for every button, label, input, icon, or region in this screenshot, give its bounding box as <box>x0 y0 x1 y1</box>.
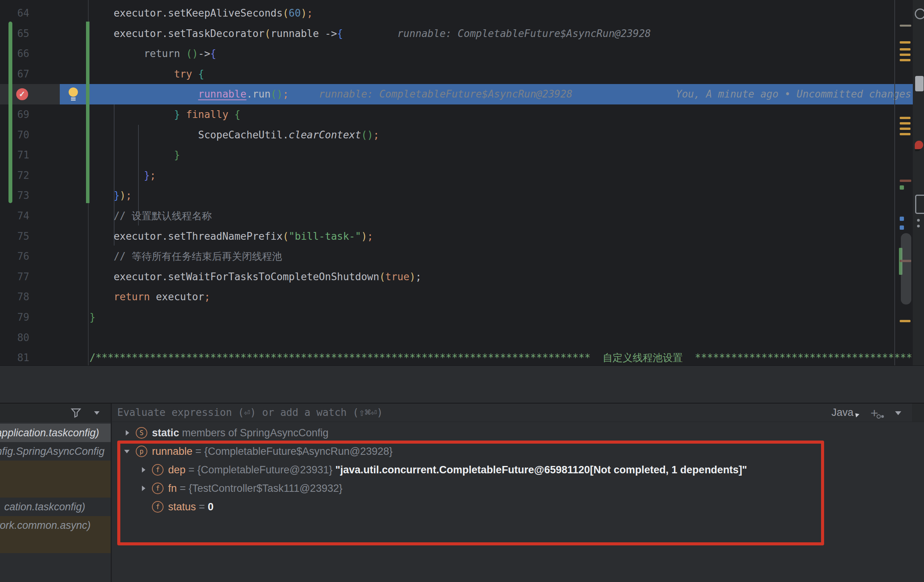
stripe-mark <box>900 185 904 190</box>
code-line-71[interactable]: 71 } <box>0 145 913 165</box>
code-line-67[interactable]: 67 try { <box>0 64 913 84</box>
panel-corner <box>912 404 924 422</box>
variable-kind-icon-S: S <box>136 427 147 439</box>
line-number[interactable]: 65 <box>0 24 29 44</box>
code-line-77[interactable]: 77 executor.setWaitForTasksToCompleteOnS… <box>0 267 913 287</box>
line-number[interactable]: 79 <box>0 307 29 328</box>
code-text: return executor; <box>89 287 210 307</box>
code-token: } <box>174 109 186 120</box>
code-token <box>89 251 114 262</box>
code-token: ; <box>367 230 373 242</box>
add-watch-icon[interactable]: + <box>870 404 878 421</box>
frame-row[interactable]: work.common.async) <box>0 516 111 535</box>
line-number[interactable]: 69 <box>0 104 29 125</box>
frame-row[interactable]: cation.taskconfig) <box>0 498 111 516</box>
editor-right-toolbar <box>913 0 924 365</box>
line-number[interactable]: 81 <box>0 348 29 365</box>
code-token: { <box>210 48 216 59</box>
code-token: // 等待所有任务结束后再关闭线程池 <box>114 251 282 262</box>
code-token: true <box>385 271 410 283</box>
code-line-64[interactable]: 64 executor.setKeepAliveSeconds(60); <box>0 3 913 24</box>
circle-icon[interactable] <box>915 8 924 19</box>
chevron-right-icon[interactable] <box>123 429 131 437</box>
code-line-79[interactable]: 79} <box>0 307 913 328</box>
code-text: // 设置默认线程名称 <box>89 206 212 226</box>
filter-icon[interactable] <box>71 407 81 418</box>
code-text: }; <box>89 165 156 186</box>
code-token: () <box>361 129 373 141</box>
line-number[interactable]: 77 <box>0 267 29 287</box>
line-number[interactable]: 73 <box>0 185 29 206</box>
evaluate-input[interactable]: Evaluate expression (⏎) or add a watch (… <box>117 404 383 422</box>
code-line-81[interactable]: 81/*************************************… <box>0 348 913 365</box>
debug-toolbar <box>0 365 924 403</box>
code-token: ; <box>204 291 210 303</box>
line-number[interactable]: 75 <box>0 226 29 247</box>
line-number[interactable]: 66 <box>0 44 29 64</box>
line-number[interactable]: 76 <box>0 246 29 267</box>
filter-dropdown-icon[interactable] <box>94 411 99 415</box>
code-line-65[interactable]: 65 executor.setTaskDecorator(runnable ->… <box>0 24 913 44</box>
frame-row[interactable]: .application.taskconfig) <box>0 424 111 442</box>
line-number[interactable]: 64 <box>0 3 29 24</box>
code-token: { <box>337 28 343 39</box>
language-selector[interactable]: Java <box>831 404 853 422</box>
vcs-change-stripe <box>86 22 89 203</box>
code-token <box>89 7 114 19</box>
scrollbar-thumb[interactable] <box>901 233 911 304</box>
line-number[interactable]: 80 <box>0 328 29 348</box>
code-line-76[interactable]: 76 // 等待所有任务结束后再关闭线程池 <box>0 246 913 267</box>
code-token: executor <box>156 291 204 303</box>
code-token: } <box>114 190 120 201</box>
code-token: ( <box>265 28 271 39</box>
stripe-mark <box>900 225 904 230</box>
line-number[interactable]: 67 <box>0 64 29 84</box>
code-text: runnable.run();runnable: CompletableFutu… <box>89 84 572 104</box>
frame-label: .application.taskconfig) <box>0 424 99 442</box>
frames-toolbar <box>0 404 111 422</box>
code-token: ; <box>150 170 156 181</box>
code-token: return <box>114 291 156 303</box>
chevron-down-icon[interactable] <box>895 411 901 415</box>
code-line-68[interactable]: ✓ runnable.run();runnable: CompletableFu… <box>0 84 913 104</box>
code-token: } <box>144 170 150 181</box>
frame-row[interactable] <box>0 479 111 498</box>
frame-row[interactable] <box>0 535 111 553</box>
profiler-icon[interactable] <box>915 141 923 149</box>
code-token <box>89 291 114 303</box>
code-line-69[interactable]: 69 } finally { <box>0 104 913 125</box>
clipboard-icon[interactable] <box>915 195 924 214</box>
panel-icon[interactable] <box>915 76 924 91</box>
code-text: executor.setTaskDecorator(runnable ->{ru… <box>89 24 651 44</box>
code-line-75[interactable]: 75 executor.setThreadNamePrefix("bill-ta… <box>0 226 913 247</box>
code-text: executor.setKeepAliveSeconds(60); <box>89 3 313 24</box>
code-line-78[interactable]: 78 return executor; <box>0 287 913 307</box>
divider <box>0 422 924 422</box>
code-text: /***************************************… <box>89 348 924 365</box>
code-line-66[interactable]: 66 return ()->{ <box>0 44 913 64</box>
code-line-70[interactable]: 70 ScopeCacheUtil.clearContext(); <box>0 125 913 145</box>
code-text: } <box>89 307 96 328</box>
line-number[interactable]: 72 <box>0 165 29 186</box>
code-token: ; <box>307 7 313 19</box>
frame-row[interactable] <box>0 461 111 479</box>
line-number[interactable]: 74 <box>0 206 29 226</box>
code-line-73[interactable]: 73 }); <box>0 185 913 206</box>
code-token: return <box>144 48 186 59</box>
line-number[interactable]: 70 <box>0 125 29 145</box>
evaluate-bar[interactable]: Evaluate expression (⏎) or add a watch (… <box>112 404 912 422</box>
code-line-74[interactable]: 74 // 设置默认线程名称 <box>0 206 913 226</box>
line-number[interactable]: 78 <box>0 287 29 307</box>
frame-row[interactable]: nfig.SpringAsyncConfig <box>0 442 111 461</box>
more-icon[interactable] <box>917 219 920 222</box>
variable-row-static[interactable]: Sstatic members of SpringAsyncConfig <box>112 424 924 442</box>
code-token <box>89 129 198 141</box>
stripe-mark <box>900 54 911 56</box>
code-token: ; <box>373 129 379 141</box>
code-line-72[interactable]: 72 }; <box>0 165 913 186</box>
code-line-80[interactable]: 80 <box>0 328 913 348</box>
line-number[interactable]: 71 <box>0 145 29 165</box>
intention-bulb-icon[interactable] <box>69 87 78 97</box>
code-editor[interactable]: 64 executor.setKeepAliveSeconds(60);65 e… <box>0 0 924 365</box>
code-text: } finally { <box>89 104 240 125</box>
